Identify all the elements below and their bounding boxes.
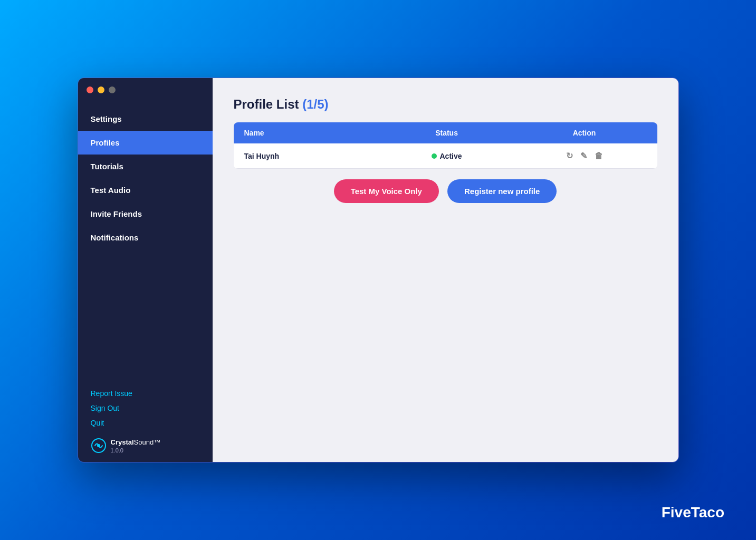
table-header: Name Status Action [234, 122, 657, 143]
sidebar-item-profiles[interactable]: Profiles [78, 131, 213, 155]
table-row: Tai Huynh Active ↻ ✎ 🗑 [234, 143, 657, 169]
test-voice-button[interactable]: Test My Voice Only [334, 179, 439, 203]
col-header-name: Name [234, 122, 382, 143]
fivetaco-five: Five [662, 504, 691, 520]
sidebar-bottom: Report Issue Sign Out Quit CrystalSound™… [78, 381, 213, 462]
status-active: Active [393, 152, 501, 160]
delete-icon[interactable]: 🗑 [595, 151, 603, 161]
traffic-light-yellow[interactable] [98, 86, 104, 93]
sidebar-nav: Settings Profiles Tutorials Test Audio I… [78, 102, 213, 381]
col-header-status: Status [382, 122, 512, 143]
refresh-icon[interactable]: ↻ [566, 151, 573, 161]
sidebar-item-notifications[interactable]: Notifications [78, 226, 213, 249]
profile-status: Active [382, 143, 512, 169]
report-issue-link[interactable]: Report Issue [91, 389, 200, 398]
sidebar-item-test-audio[interactable]: Test Audio [78, 178, 213, 202]
page-title: Profile List (1/5) [234, 97, 657, 112]
traffic-light-gray[interactable] [109, 86, 116, 93]
profile-actions: ↻ ✎ 🗑 [512, 143, 657, 169]
brand-text: CrystalSound™ [111, 438, 161, 446]
action-icons: ↻ ✎ 🗑 [522, 151, 647, 161]
brand-name: CrystalSound™ 1.0.0 [111, 438, 161, 454]
brand-area: CrystalSound™ 1.0.0 [91, 438, 200, 454]
quit-link[interactable]: Quit [91, 419, 200, 427]
crystal-sound-logo [91, 438, 107, 454]
table-body: Tai Huynh Active ↻ ✎ 🗑 [234, 143, 657, 169]
buttons-row: Test My Voice Only Register new profile [234, 179, 657, 203]
sign-out-link[interactable]: Sign Out [91, 404, 200, 412]
brand-version: 1.0.0 [111, 447, 161, 454]
sidebar-item-settings[interactable]: Settings [78, 107, 213, 131]
col-header-action: Action [512, 122, 657, 143]
fivetaco-taco: Taco [691, 504, 724, 520]
edit-icon[interactable]: ✎ [580, 151, 587, 161]
profile-table: Name Status Action Tai Huynh Active [234, 122, 657, 169]
sidebar-item-tutorials[interactable]: Tutorials [78, 155, 213, 178]
profile-name: Tai Huynh [234, 143, 382, 169]
sidebar-item-invite-friends[interactable]: Invite Friends [78, 202, 213, 226]
status-dot [432, 153, 437, 159]
traffic-light-red[interactable] [87, 86, 93, 93]
fivetaco-brand: FiveTaco [662, 504, 724, 521]
sidebar: Settings Profiles Tutorials Test Audio I… [78, 78, 213, 462]
main-content: Profile List (1/5) Name Status Action Ta… [213, 78, 678, 462]
titlebar [78, 78, 213, 102]
app-window: Settings Profiles Tutorials Test Audio I… [78, 78, 679, 462]
register-profile-button[interactable]: Register new profile [447, 179, 557, 203]
svg-point-1 [97, 444, 100, 447]
